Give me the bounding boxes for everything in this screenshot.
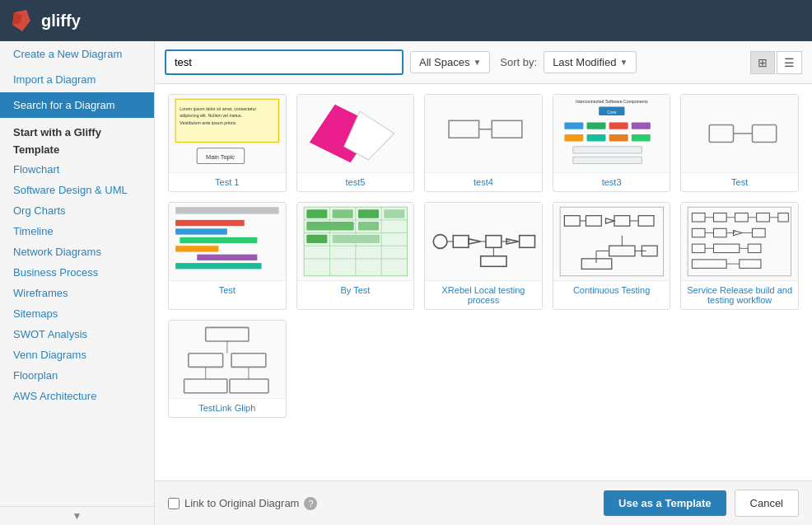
svg-rect-95 (693, 244, 706, 252)
help-icon[interactable]: ? (304, 497, 317, 510)
diagram-grid: Lorem ipsum dolor sit amet, consectetur … (168, 94, 799, 418)
diagram-label-7: By Test (297, 281, 414, 299)
spaces-dropdown[interactable]: All Spaces ▼ (410, 51, 490, 73)
diagram-label-4: test3 (553, 173, 670, 191)
svg-rect-97 (714, 244, 740, 252)
svg-rect-105 (189, 354, 223, 368)
cancel-button[interactable]: Cancel (735, 490, 799, 517)
scroll-down-icon: ▼ (72, 510, 82, 522)
diagram-thumb-10 (681, 203, 798, 281)
diagram-card-3[interactable]: test4 (424, 94, 543, 192)
diagram-svg-6 (169, 203, 286, 280)
svg-rect-83 (735, 213, 749, 222)
search-input[interactable] (165, 49, 404, 75)
diagram-svg-1: Lorem ipsum dolor sit amet, consectetur … (169, 95, 286, 172)
diagram-grid-area: Lorem ipsum dolor sit amet, consectetur … (155, 84, 812, 480)
svg-point-52 (433, 235, 447, 249)
sidebar-category-business[interactable]: Business Process (0, 262, 154, 283)
sidebar-item-search[interactable]: Search for a Diagram (0, 92, 154, 118)
svg-rect-26 (710, 125, 734, 143)
svg-rect-16 (564, 122, 583, 129)
diagram-svg-7 (297, 203, 414, 280)
footer: Link to Original Diagram ? Use as a Temp… (155, 480, 812, 525)
sidebar-category-floorplan[interactable]: Floorplan (0, 365, 154, 386)
svg-text:Interconnected Software Compon: Interconnected Software Components (576, 99, 648, 104)
sidebar-category-timeline[interactable]: Timeline (0, 221, 154, 241)
sidebar-category-orgcharts[interactable]: Org Charts (0, 200, 154, 221)
svg-rect-68 (614, 216, 630, 227)
diagram-card-8[interactable]: XRebel Local testing process (424, 202, 543, 310)
svg-rect-22 (609, 134, 628, 141)
sidebar-category-software[interactable]: Software Design & UML (0, 180, 154, 200)
svg-rect-60 (520, 236, 535, 248)
sidebar-category-wireframes[interactable]: Wireframes (0, 283, 154, 303)
diagram-card-5[interactable]: Test (680, 94, 799, 192)
sidebar-category-network[interactable]: Network Diagrams (0, 241, 154, 262)
diagram-thumb-3 (425, 95, 542, 173)
sidebar-item-create[interactable]: Create a New Diagram (0, 41, 154, 67)
diagram-card-11[interactable]: TestLink Gliph (168, 320, 287, 418)
diagram-card-2[interactable]: test5 (296, 94, 415, 192)
svg-rect-51 (332, 235, 379, 243)
svg-rect-35 (175, 263, 261, 269)
diagram-label-2: test5 (297, 173, 414, 191)
grid-icon: ⊞ (758, 56, 768, 69)
svg-rect-53 (453, 236, 469, 248)
sidebar-category-venn[interactable]: Venn Diagrams (0, 345, 154, 365)
link-original-label: Link to Original Diagram (184, 497, 299, 509)
svg-rect-110 (230, 379, 268, 393)
svg-rect-23 (632, 134, 651, 141)
svg-rect-29 (175, 207, 278, 213)
svg-rect-106 (231, 354, 266, 368)
diagram-thumb-5 (681, 95, 798, 173)
svg-rect-25 (573, 157, 642, 163)
diagram-card-4[interactable]: Interconnected Software Components Core (553, 94, 671, 192)
spaces-dropdown-arrow: ▼ (473, 58, 481, 67)
diagram-svg-3 (425, 95, 542, 172)
sidebar-category-sitemaps[interactable]: Sitemaps (0, 303, 154, 324)
sort-dropdown[interactable]: Last Modified ▼ (544, 51, 637, 73)
sidebar-item-import[interactable]: Import a Diagram (0, 67, 154, 92)
svg-rect-75 (581, 259, 612, 270)
svg-rect-48 (306, 222, 353, 230)
diagram-card-10[interactable]: Service Release build and testing workfl… (680, 202, 799, 310)
svg-text:adipiscing elit. Nullam vel me: adipiscing elit. Nullam vel metus. (180, 113, 242, 118)
diagram-card-9[interactable]: Continuous Testing (553, 202, 671, 310)
svg-rect-30 (175, 220, 245, 226)
svg-rect-88 (693, 228, 706, 237)
view-grid-button[interactable]: ⊞ (750, 51, 775, 74)
svg-rect-18 (609, 122, 628, 129)
use-template-button[interactable]: Use as a Template (604, 490, 726, 516)
sidebar-category-swot[interactable]: SWOT Analysis (0, 324, 154, 345)
svg-text:Vestibulum ante ipsum primis: Vestibulum ante ipsum primis (180, 120, 236, 125)
svg-rect-57 (486, 236, 502, 248)
template-label: Template (0, 142, 154, 159)
diagram-card-1[interactable]: Lorem ipsum dolor sit amet, consectetur … (168, 94, 287, 192)
diagram-label-10: Service Release build and testing workfl… (681, 281, 798, 309)
svg-rect-79 (693, 213, 706, 222)
svg-rect-85 (757, 213, 770, 222)
sidebar-scroll-down[interactable]: ▼ (0, 506, 154, 525)
sidebar-scroll: Create a New Diagram Import a Diagram Se… (0, 41, 154, 506)
list-icon: ☰ (784, 56, 795, 69)
svg-rect-81 (714, 213, 727, 222)
svg-rect-103 (206, 327, 249, 341)
diagram-svg-2 (297, 95, 414, 172)
diagram-thumb-8 (425, 203, 542, 281)
diagram-thumb-11 (169, 321, 286, 399)
sidebar-category-flowchart[interactable]: Flowchart (0, 159, 154, 180)
diagram-card-6[interactable]: Test (168, 202, 287, 310)
sidebar-category-aws[interactable]: AWS Architecture (0, 386, 154, 406)
svg-rect-11 (492, 120, 522, 138)
diagram-svg-9 (553, 203, 670, 280)
svg-rect-24 (573, 147, 642, 153)
svg-rect-100 (693, 260, 727, 268)
svg-rect-87 (778, 213, 789, 222)
svg-rect-17 (586, 122, 605, 129)
diagram-svg-5 (681, 95, 798, 172)
view-list-button[interactable]: ☰ (777, 51, 802, 74)
link-original-checkbox[interactable] (168, 498, 180, 509)
diagram-card-7[interactable]: By Test (296, 202, 415, 310)
svg-text:Main Topic: Main Topic (206, 153, 235, 161)
diagram-label-5: Test (681, 173, 798, 191)
